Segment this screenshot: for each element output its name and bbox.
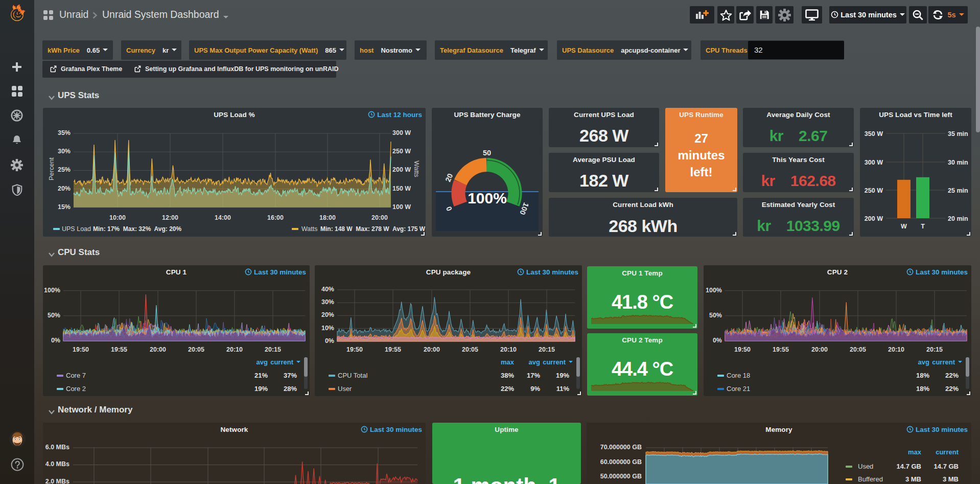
svg-text:30 min: 30 min (948, 159, 968, 166)
svg-text:35 min: 35 min (948, 130, 968, 137)
svg-text:T: T (921, 223, 925, 230)
svg-text:200 W: 200 W (865, 215, 883, 222)
svg-text:25 min: 25 min (948, 187, 968, 194)
svg-text:250 W: 250 W (865, 187, 883, 194)
svg-text:350 W: 350 W (865, 130, 883, 137)
svg-text:20: 20 (444, 172, 454, 183)
svg-text:W: W (901, 223, 907, 230)
svg-text:300 W: 300 W (865, 159, 883, 166)
svg-text:20 min: 20 min (948, 215, 968, 222)
svg-text:50: 50 (483, 149, 491, 157)
